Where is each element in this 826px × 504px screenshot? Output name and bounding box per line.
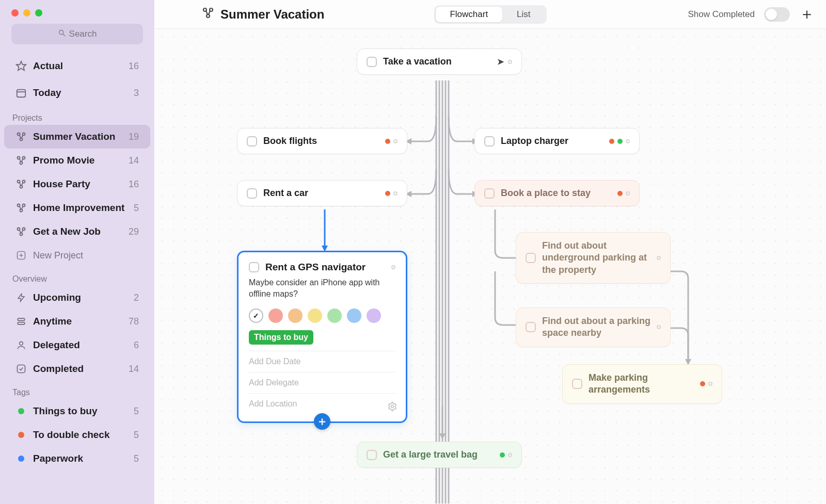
editor-due-field[interactable]: Add Due Date [249,351,395,372]
section-label-projects: Projects [0,106,154,125]
sidebar-item-today[interactable]: Today 3 [4,79,150,106]
view-list-tab[interactable]: List [502,7,545,22]
sidebar-item-house-party[interactable]: House Party 16 [4,172,150,196]
swatch-none[interactable]: ✓ [249,308,263,323]
status-dots [385,191,398,196]
zoom-window[interactable] [35,9,42,17]
star-icon [15,60,27,72]
card-book-place[interactable]: Book a place to stay [474,180,640,206]
flowchart-canvas[interactable]: Take a vacation ➤ Book flights Laptop ch… [154,29,826,504]
checkbox[interactable] [367,450,377,460]
checkbox[interactable] [247,136,257,147]
view-switch: Flowchart List [434,5,546,24]
card-parking-nearby[interactable]: Find out about a parking space nearby [516,307,671,347]
sidebar-item-label: Anytime [33,316,72,327]
new-project-label: New Project [33,250,83,261]
editor-tag-chip[interactable]: Things to buy [249,330,313,345]
sidebar-item-delegated[interactable]: Delegated 6 [4,333,150,357]
status-dots [385,139,398,144]
checkbox[interactable] [526,253,536,263]
card-label: Make parking arrangements [589,372,694,396]
sidebar-item-anytime[interactable]: Anytime 78 [4,310,150,333]
svg-point-16 [20,209,23,212]
card-travel-bag[interactable]: Get a large travel bag [357,442,522,468]
card-editor-gps[interactable]: Rent a GPS navigator Maybe consider an i… [237,251,407,423]
project-icon [15,132,27,142]
editor-note[interactable]: Maybe consider an iPhone app with offlin… [249,277,395,299]
svg-marker-35 [439,433,446,440]
new-project-button[interactable]: New Project [4,243,150,267]
sidebar-item-home-improvement[interactable]: Home Improvement 5 [4,196,150,220]
sidebar-item-completed[interactable]: Completed 14 [4,357,150,381]
card-underground-parking[interactable]: Find out about underground parking at th… [516,232,671,284]
sidebar-item-get-new-job[interactable]: Get a New Job 29 [4,220,150,243]
sidebar-item-count: 6 [134,340,139,351]
checkbox[interactable] [484,136,495,147]
card-label: Find out about underground parking at th… [542,240,650,276]
calendar-icon [15,87,27,99]
status-dots [500,452,512,458]
add-child-button[interactable]: ＋ [314,413,330,430]
sidebar-item-count: 78 [129,316,139,327]
sidebar-item-upcoming[interactable]: Upcoming 2 [4,286,150,310]
editor-title[interactable]: Rent a GPS navigator [265,262,366,273]
bolt-icon [15,293,27,302]
sidebar-tag-paperwork[interactable]: Paperwork 5 [4,447,150,470]
window-controls [0,6,154,24]
swatch-red[interactable] [268,308,283,323]
swatch-purple[interactable] [367,308,381,323]
swatch-yellow[interactable] [308,308,322,323]
svg-rect-24 [18,318,24,320]
sidebar-item-summer-vacation[interactable]: Summer Vacation 19 [4,125,150,149]
swatch-green[interactable] [327,308,342,323]
sidebar-item-promo-movie[interactable]: Promo Movie 14 [4,149,150,172]
card-laptop-charger[interactable]: Laptop charger [474,128,640,154]
sidebar-item-label: To double check [33,429,110,441]
svg-point-38 [391,405,394,408]
sidebar-item-label: Home Improvement [33,202,124,214]
view-flowchart-tab[interactable]: Flowchart [435,7,502,22]
card-label: Rent a car [263,188,379,199]
checkbox[interactable] [247,188,257,199]
close-window[interactable] [11,9,19,17]
sidebar-item-count: 29 [129,226,139,237]
gear-icon[interactable] [387,401,398,414]
card-make-parking[interactable]: Make parking arrangements [562,364,722,404]
svg-marker-2 [17,61,26,70]
swatch-blue[interactable] [347,308,361,323]
plus-square-icon [15,250,27,261]
sidebar-item-label: Summer Vacation [33,131,115,142]
user-icon [15,340,27,350]
sidebar-item-label: Paperwork [33,453,83,464]
checkbox[interactable] [367,57,377,67]
card-take-vacation[interactable]: Take a vacation ➤ [357,48,522,75]
card-label: Find out about a parking space nearby [542,315,650,339]
sidebar-item-label: Things to buy [33,405,98,417]
sidebar-item-actual[interactable]: Actual 16 [4,53,150,79]
checkbox[interactable] [572,379,582,389]
sidebar-tag-things-to-buy[interactable]: Things to buy 5 [4,399,150,423]
project-icon [15,179,27,189]
svg-rect-3 [17,90,26,97]
add-task-button[interactable]: ＋ [799,4,815,25]
svg-point-7 [20,138,23,141]
show-completed-toggle[interactable] [764,7,790,22]
card-label: Get a large travel bag [383,449,494,460]
search-input[interactable]: Search [11,24,143,44]
checkbox[interactable] [249,262,259,272]
editor-delegate-field[interactable]: Add Delegate [249,372,395,393]
checkbox[interactable] [526,322,536,332]
checkbox[interactable] [484,188,495,199]
svg-point-26 [20,342,23,345]
sidebar-item-count: 5 [134,406,139,417]
card-book-flights[interactable]: Book flights [237,128,407,154]
card-rent-car[interactable]: Rent a car [237,180,407,206]
sidebar-tag-double-check[interactable]: To double check 5 [4,423,150,447]
swatch-orange[interactable] [288,308,303,323]
editor-location-field[interactable]: Add Location [249,393,395,414]
minimize-window[interactable] [23,9,30,17]
section-label-tags: Tags [0,381,154,399]
project-icon [15,155,27,166]
sidebar-item-label: Upcoming [33,292,81,303]
search-icon [58,29,66,40]
